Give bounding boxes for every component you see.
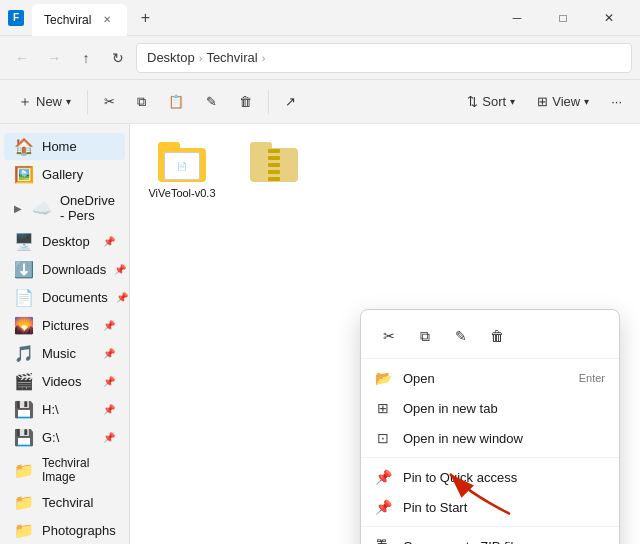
new-tab-button[interactable]: + — [131, 4, 159, 32]
context-menu-toolbar: ✂ ⧉ ✎ 🗑 — [361, 314, 619, 359]
sidebar-item-pictures[interactable]: 🌄 Pictures 📌 — [4, 312, 125, 339]
ctx-cut-button[interactable]: ✂ — [373, 320, 405, 352]
sidebar-label-techviral-images: Techviral Image — [42, 456, 115, 484]
sidebar-label-g: G:\ — [42, 430, 59, 445]
up-button[interactable]: ↑ — [72, 44, 100, 72]
share-button[interactable]: ↗ — [275, 89, 306, 114]
new-icon: ＋ — [18, 93, 32, 111]
main-area: 🏠 Home 🖼️ Gallery ▶ ☁️ OneDrive - Pers 🖥… — [0, 124, 640, 544]
rename-button[interactable]: ✎ — [196, 89, 227, 114]
h-pin-icon: 📌 — [103, 404, 115, 415]
ctx-compress[interactable]: 🗜 Compress to ZIP file — [361, 531, 619, 544]
sidebar-label-pictures: Pictures — [42, 318, 89, 333]
more-button[interactable]: ··· — [601, 89, 632, 114]
toolbar: ＋ New ▾ ✂ ⧉ 📋 ✎ 🗑 ↗ ⇅ Sort ▾ ⊞ View ▾ ··… — [0, 80, 640, 124]
folder-body: 📄 — [158, 148, 206, 182]
sidebar-label-techviral: Techviral — [42, 495, 93, 510]
ctx-cut-icon: ✂ — [383, 328, 395, 344]
close-button[interactable]: ✕ — [586, 2, 632, 34]
ctx-sep-2 — [361, 526, 619, 527]
sidebar-item-techviral-images[interactable]: 📁 Techviral Image — [4, 452, 125, 488]
ctx-delete-button[interactable]: 🗑 — [481, 320, 513, 352]
sidebar-item-onedrive[interactable]: ▶ ☁️ OneDrive - Pers — [4, 189, 125, 227]
sidebar-item-videos[interactable]: 🎬 Videos 📌 — [4, 368, 125, 395]
file-item-vivetool[interactable]: 📄 ViVeTool-v0.3 — [142, 136, 222, 206]
zip-stripes — [268, 148, 280, 182]
sidebar-item-g[interactable]: 💾 G:\ 📌 — [4, 424, 125, 451]
maximize-button[interactable]: □ — [540, 2, 586, 34]
sort-icon: ⇅ — [467, 94, 478, 109]
onedrive-icon: ☁️ — [32, 199, 52, 218]
ctx-compress-icon: 🗜 — [375, 538, 391, 544]
sort-button[interactable]: ⇅ Sort ▾ — [457, 89, 525, 114]
music-pin-icon: 📌 — [103, 348, 115, 359]
ctx-open-icon: 📂 — [375, 370, 391, 386]
paste-button[interactable]: 📋 — [158, 89, 194, 114]
ctx-rename-icon: ✎ — [455, 328, 467, 344]
documents-pin-icon: 📌 — [116, 292, 128, 303]
zip-stripe-4 — [268, 170, 280, 174]
home-icon: 🏠 — [14, 137, 34, 156]
sidebar-item-downloads[interactable]: ⬇️ Downloads 📌 — [4, 256, 125, 283]
sidebar-item-gallery[interactable]: 🖼️ Gallery — [4, 161, 125, 188]
techviral-icon: 📁 — [14, 493, 34, 512]
sidebar-item-techviral[interactable]: 📁 Techviral — [4, 489, 125, 516]
desktop-icon: 🖥️ — [14, 232, 34, 251]
tab-close-button[interactable]: ✕ — [99, 12, 115, 28]
cut-icon: ✂ — [104, 94, 115, 109]
delete-button[interactable]: 🗑 — [229, 89, 262, 114]
downloads-icon: ⬇️ — [14, 260, 34, 279]
music-icon: 🎵 — [14, 344, 34, 363]
addressbar: ← → ↑ ↻ Desktop › Techviral › — [0, 36, 640, 80]
ctx-rename-button[interactable]: ✎ — [445, 320, 477, 352]
folder-icon-zip — [250, 142, 298, 182]
ctx-copy-button[interactable]: ⧉ — [409, 320, 441, 352]
sidebar-item-h[interactable]: 💾 H:\ 📌 — [4, 396, 125, 423]
app-icon: F — [8, 10, 24, 26]
ctx-open-new-tab[interactable]: ⊞ Open in new tab — [361, 393, 619, 423]
techviral-images-icon: 📁 — [14, 461, 34, 480]
toolbar-sep-1 — [87, 90, 88, 114]
back-button[interactable]: ← — [8, 44, 36, 72]
share-icon: ↗ — [285, 94, 296, 109]
sidebar-item-photographs[interactable]: 📁 Photographs — [4, 517, 125, 544]
ctx-open-new-window-label: Open in new window — [403, 431, 605, 446]
zip-folder-body — [250, 148, 298, 182]
file-name-vivetool: ViVeTool-v0.3 — [148, 186, 215, 200]
minimize-button[interactable]: ─ — [494, 2, 540, 34]
photographs-icon: 📁 — [14, 521, 34, 540]
ctx-sep-1 — [361, 457, 619, 458]
gallery-icon: 🖼️ — [14, 165, 34, 184]
ctx-pin-start[interactable]: 📌 Pin to Start — [361, 492, 619, 522]
sidebar-label-downloads: Downloads — [42, 262, 106, 277]
file-item-zip[interactable] — [234, 136, 314, 206]
copy-button[interactable]: ⧉ — [127, 89, 156, 115]
forward-button[interactable]: → — [40, 44, 68, 72]
tab-techviral[interactable]: Techviral ✕ — [32, 4, 127, 36]
ctx-open-shortcut: Enter — [579, 372, 605, 384]
breadcrumb-desktop[interactable]: Desktop — [147, 50, 195, 65]
onedrive-expand-icon: ▶ — [14, 203, 22, 214]
sidebar-item-music[interactable]: 🎵 Music 📌 — [4, 340, 125, 367]
videos-pin-icon: 📌 — [103, 376, 115, 387]
ctx-open[interactable]: 📂 Open Enter — [361, 363, 619, 393]
refresh-button[interactable]: ↻ — [104, 44, 132, 72]
sidebar-item-home[interactable]: 🏠 Home — [4, 133, 125, 160]
view-button[interactable]: ⊞ View ▾ — [527, 89, 599, 114]
cut-button[interactable]: ✂ — [94, 89, 125, 114]
rename-icon: ✎ — [206, 94, 217, 109]
new-button[interactable]: ＋ New ▾ — [8, 88, 81, 116]
zip-stripe-3 — [268, 163, 280, 167]
sidebar-item-documents[interactable]: 📄 Documents 📌 — [4, 284, 125, 311]
g-drive-icon: 💾 — [14, 428, 34, 447]
ctx-open-new-window[interactable]: ⊡ Open in new window — [361, 423, 619, 453]
view-icon: ⊞ — [537, 94, 548, 109]
sidebar-item-desktop[interactable]: 🖥️ Desktop 📌 — [4, 228, 125, 255]
ctx-open-new-window-icon: ⊡ — [375, 430, 391, 446]
breadcrumb-techviral[interactable]: Techviral — [206, 50, 257, 65]
breadcrumb[interactable]: Desktop › Techviral › — [136, 43, 632, 73]
ctx-pin-quick[interactable]: 📌 Pin to Quick access — [361, 462, 619, 492]
content-area: 📄 ViVeTool-v0.3 — [130, 124, 640, 544]
ctx-open-label: Open — [403, 371, 567, 386]
ctx-pin-quick-icon: 📌 — [375, 469, 391, 485]
